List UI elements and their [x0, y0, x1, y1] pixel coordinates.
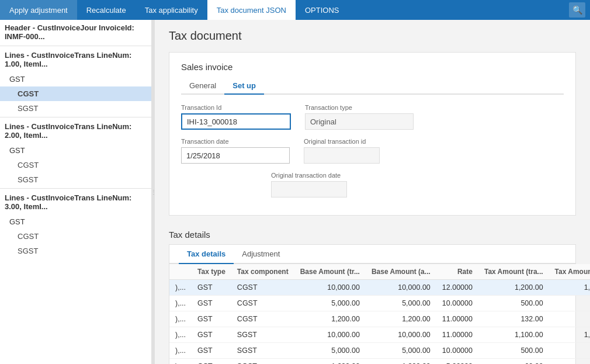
table-header-row: Tax type Tax component Base Amount (tr..…	[169, 264, 590, 280]
col-tax-type: Tax type	[192, 264, 231, 280]
tab-general[interactable]: General	[181, 78, 224, 95]
form-row-1: Transaction Id Transaction type	[181, 104, 564, 130]
sidebar-divider-2	[0, 117, 151, 117]
doc-section: Tax document Sales invoice General Set u…	[155, 20, 590, 223]
sidebar-divider	[0, 46, 151, 46]
sidebar-item-sgst-3[interactable]: SGST	[0, 244, 151, 258]
table-row[interactable]: ),...GSTSGST1,200.001,200.005.0000060.00…	[169, 359, 590, 365]
transaction-type-label: Transaction type	[305, 104, 414, 111]
tax-details-card: Tax details Adjustment Tax type Tax comp…	[169, 244, 576, 364]
main-layout: Header - CustInvoiceJour InvoiceId: INMF…	[0, 20, 590, 364]
sidebar-item-lines-2[interactable]: Lines - CustInvoiceTrans LineNum: 2.00, …	[0, 119, 151, 143]
tax-details-section: Tax details Tax details Adjustment Tax t…	[155, 223, 590, 364]
doc-title: Tax document	[169, 29, 576, 43]
transaction-date-group: Transaction date	[181, 138, 290, 164]
tax-details-title: Tax details	[169, 223, 576, 244]
original-transaction-id-field[interactable]	[304, 147, 380, 164]
col-tax-amount-tra: Tax Amount (tra...	[478, 264, 549, 280]
sidebar-divider-3	[0, 188, 151, 189]
form-row-3: Original transaction date	[181, 172, 564, 197]
tax-document-json-button[interactable]: Tax document JSON	[207, 0, 296, 20]
sidebar-item-gst-3[interactable]: GST	[0, 214, 151, 229]
col-tax-component: Tax component	[231, 264, 294, 280]
sales-invoice-card: Sales invoice General Set up Transaction…	[169, 52, 576, 216]
sidebar: Header - CustInvoiceJour InvoiceId: INMF…	[0, 20, 152, 364]
tax-table-body: ),...GSTCGST10,000.0010,000.0012.000001,…	[169, 280, 590, 365]
sidebar-item-sgst-2[interactable]: SGST	[0, 172, 151, 187]
recalculate-button[interactable]: Recalculate	[77, 0, 136, 20]
tab-adjustment[interactable]: Adjustment	[234, 245, 288, 264]
col-base-amount-tr: Base Amount (tr...	[294, 264, 366, 280]
tax-applicability-button[interactable]: Tax applicability	[136, 0, 207, 20]
tax-table: Tax type Tax component Base Amount (tr..…	[169, 264, 590, 364]
table-row[interactable]: ),...GSTCGST5,000.005,000.0010.00000500.…	[169, 296, 590, 311]
sidebar-item-sgst-1[interactable]: SGST	[0, 101, 151, 116]
original-transaction-date-field[interactable]	[271, 181, 347, 197]
original-transaction-date-label: Original transaction date	[271, 172, 347, 179]
tab-tax-details[interactable]: Tax details	[179, 245, 234, 264]
transaction-id-group: Transaction Id	[181, 104, 291, 130]
sidebar-item-gst-2[interactable]: GST	[0, 143, 151, 158]
toolbar: Apply adjustment Recalculate Tax applica…	[0, 0, 590, 20]
setup-tabs: General Set up	[181, 78, 564, 95]
table-row[interactable]: ),...GSTCGST10,000.0010,000.0012.000001,…	[169, 280, 590, 296]
table-row[interactable]: ),...GSTSGST5,000.005,000.0010.00000500.…	[169, 343, 590, 359]
original-transaction-date-group: Original transaction date	[271, 172, 347, 197]
original-transaction-id-group: Original transaction id	[304, 138, 380, 164]
col-tax-amount-ac: Tax Amount (ac...	[549, 264, 590, 280]
right-panel: Tax document Sales invoice General Set u…	[155, 20, 590, 364]
tab-setup[interactable]: Set up	[224, 78, 264, 95]
apply-adjustment-button[interactable]: Apply adjustment	[0, 0, 77, 20]
sidebar-item-cgst-1[interactable]: CGST	[0, 86, 151, 101]
transaction-id-input[interactable]	[181, 113, 291, 130]
form-row-2: Transaction date Original transaction id	[181, 138, 564, 164]
transaction-id-label: Transaction Id	[181, 104, 291, 111]
tax-tabs: Tax details Adjustment	[169, 245, 575, 264]
sidebar-item-cgst-3[interactable]: CGST	[0, 229, 151, 244]
col-rate: Rate	[436, 264, 478, 280]
sidebar-item-cgst-2[interactable]: CGST	[0, 158, 151, 172]
table-row[interactable]: ),...GSTSGST10,000.0010,000.0011.000001,…	[169, 327, 590, 343]
transaction-date-label: Transaction date	[181, 138, 290, 145]
sidebar-item-lines-1[interactable]: Lines - CustInvoiceTrans LineNum: 1.00, …	[0, 47, 151, 72]
sales-invoice-title: Sales invoice	[181, 62, 564, 72]
sidebar-item-gst-1[interactable]: GST	[0, 72, 151, 86]
options-button[interactable]: OPTIONS	[296, 0, 349, 20]
sidebar-item-header-1[interactable]: Header - CustInvoiceJour InvoiceId: INMF…	[0, 20, 151, 44]
transaction-type-input[interactable]	[305, 113, 414, 130]
col-prefix	[169, 264, 192, 280]
original-transaction-id-label: Original transaction id	[304, 138, 380, 145]
transaction-type-group: Transaction type	[305, 104, 414, 130]
transaction-date-input[interactable]	[181, 147, 290, 164]
col-base-amount-a: Base Amount (a...	[366, 264, 436, 280]
table-row[interactable]: ),...GSTCGST1,200.001,200.0011.00000132.…	[169, 311, 590, 327]
sidebar-item-lines-3[interactable]: Lines - CustInvoiceTrans LineNum: 3.00, …	[0, 190, 151, 214]
search-icon[interactable]: 🔍	[569, 2, 585, 18]
